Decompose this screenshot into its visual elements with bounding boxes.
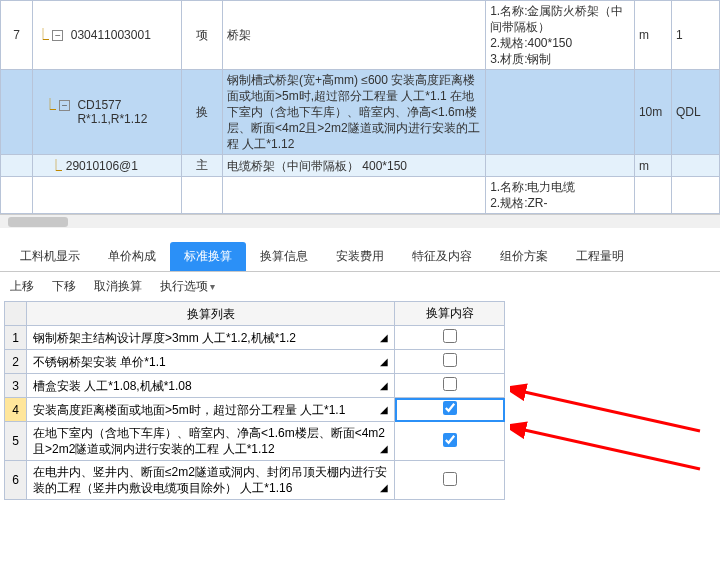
code-cell[interactable]: ⎿ − 030411003001 <box>33 1 182 70</box>
tab-materials[interactable]: 工料机显示 <box>6 242 94 271</box>
row-number: 6 <box>5 461 27 500</box>
horizontal-scrollbar[interactable] <box>0 214 720 228</box>
annotation-arrow-2 <box>510 419 710 479</box>
table-row[interactable]: 7 ⎿ − 030411003001 项 桥架 1.名称:金属防火桥架（中间带隔… <box>1 1 720 70</box>
code-cell[interactable]: ⎿ 29010106@1 <box>33 155 182 177</box>
header-index <box>5 302 27 326</box>
measure-unit: m <box>634 155 671 177</box>
conversion-text: 钢制桥架主结构设计厚度>3mm 人工*1.2,机械*1.2◢ <box>27 326 395 350</box>
tree-branch: ⎿ <box>37 28 49 42</box>
table-row[interactable]: 6 在电井内、竖井内、断面≤2m2隧道或洞内、封闭吊顶天棚内进行安装的工程（竖井… <box>5 461 505 500</box>
table-row[interactable]: 2 不锈钢桥架安装 单价*1.1◢ <box>5 350 505 374</box>
tab-features[interactable]: 特征及内容 <box>398 242 486 271</box>
tab-standard-conversion[interactable]: 标准换算 <box>170 242 246 271</box>
spec-cell <box>486 70 635 155</box>
measure-unit: 10m <box>634 70 671 155</box>
checkbox-cell[interactable] <box>395 326 505 350</box>
tab-quantity[interactable]: 工程量明 <box>562 242 638 271</box>
header-content: 换算内容 <box>395 302 505 326</box>
conversion-text: 不锈钢桥架安装 单价*1.1◢ <box>27 350 395 374</box>
row-index <box>1 70 33 155</box>
triangle-icon: ◢ <box>380 480 388 496</box>
cancel-conversion-button[interactable]: 取消换算 <box>94 278 142 295</box>
quantity: 1 <box>671 1 719 70</box>
execute-options-dropdown[interactable]: 执行选项 <box>160 278 215 295</box>
table-row[interactable]: 1 钢制桥架主结构设计厚度>3mm 人工*1.2,机械*1.2◢ <box>5 326 505 350</box>
code-text: 29010106@1 <box>66 159 138 173</box>
table-row[interactable]: 3 槽盒安装 人工*1.08,机械*1.08◢ <box>5 374 505 398</box>
annotation-arrow-1 <box>510 381 710 441</box>
checkbox-cell[interactable] <box>395 422 505 461</box>
row-index <box>1 177 33 214</box>
conversion-checkbox[interactable] <box>443 329 457 343</box>
svg-line-1 <box>520 429 700 469</box>
tab-conversion-info[interactable]: 换算信息 <box>246 242 322 271</box>
spec-cell: 1.名称:电力电缆 2.规格:ZR- <box>486 177 635 214</box>
conversion-table: 换算列表 换算内容 1 钢制桥架主结构设计厚度>3mm 人工*1.2,机械*1.… <box>4 301 505 500</box>
unit-cell <box>181 177 222 214</box>
triangle-icon: ◢ <box>380 441 388 457</box>
table-row[interactable]: ⎿ − CD1577 R*1.1,R*1.12 换 钢制槽式桥架(宽+高mm) … <box>1 70 720 155</box>
row-number: 3 <box>5 374 27 398</box>
unit-cell: 换 <box>181 70 222 155</box>
unit-cell: 主 <box>181 155 222 177</box>
conversion-checkbox[interactable] <box>443 377 457 391</box>
triangle-icon: ◢ <box>380 354 388 370</box>
move-up-button[interactable]: 上移 <box>10 278 34 295</box>
conversion-checkbox[interactable] <box>443 433 457 447</box>
spec-cell <box>486 155 635 177</box>
row-number: 1 <box>5 326 27 350</box>
move-down-button[interactable]: 下移 <box>52 278 76 295</box>
triangle-icon: ◢ <box>380 378 388 394</box>
quantity <box>671 155 719 177</box>
conversion-text: 安装高度距离楼面或地面>5m时，超过部分工程量 人工*1.1◢ <box>27 398 395 422</box>
tab-group-price[interactable]: 组价方案 <box>486 242 562 271</box>
tab-price[interactable]: 单价构成 <box>94 242 170 271</box>
desc-cell: 钢制槽式桥架(宽+高mm) ≤600 安装高度距离楼面或地面>5m时,超过部分工… <box>222 70 485 155</box>
conversion-checkbox[interactable] <box>443 472 457 486</box>
row-index: 7 <box>1 1 33 70</box>
row-number: 5 <box>5 422 27 461</box>
desc-cell: 桥架 <box>222 1 485 70</box>
conversion-checkbox[interactable] <box>443 401 457 415</box>
quantity: QDL <box>671 70 719 155</box>
svg-line-0 <box>520 391 700 431</box>
tree-branch: ⎿ <box>37 98 56 112</box>
desc-cell <box>222 177 485 214</box>
checkbox-cell[interactable] <box>395 398 505 422</box>
conversion-text: 槽盒安装 人工*1.08,机械*1.08◢ <box>27 374 395 398</box>
row-number: 2 <box>5 350 27 374</box>
row-number: 4 <box>5 398 27 422</box>
table-row[interactable]: 4 安装高度距离楼面或地面>5m时，超过部分工程量 人工*1.1◢ <box>5 398 505 422</box>
row-index <box>1 155 33 177</box>
checkbox-cell[interactable] <box>395 374 505 398</box>
collapse-icon[interactable]: − <box>52 30 63 41</box>
measure-unit: m <box>634 1 671 70</box>
header-list: 换算列表 <box>27 302 395 326</box>
code-cell <box>33 177 182 214</box>
quantity <box>671 177 719 214</box>
table-row[interactable]: 5 在地下室内（含地下车库）、暗室内、净高<1.6m楼层、断面<4m2且>2m2… <box>5 422 505 461</box>
unit-cell: 项 <box>181 1 222 70</box>
checkbox-cell[interactable] <box>395 461 505 500</box>
spec-cell: 1.名称:金属防火桥架（中间带隔板） 2.规格:400*150 3.材质:钢制 <box>486 1 635 70</box>
toolbar: 上移 下移 取消换算 执行选项 <box>0 272 720 301</box>
conversion-checkbox[interactable] <box>443 353 457 367</box>
upper-table: 7 ⎿ − 030411003001 项 桥架 1.名称:金属防火桥架（中间带隔… <box>0 0 720 214</box>
table-row[interactable]: ⎿ 29010106@1 主 电缆桥架（中间带隔板） 400*150 m <box>1 155 720 177</box>
code-text: 030411003001 <box>71 28 151 42</box>
code-text: CD1577 R*1.1,R*1.12 <box>77 98 147 126</box>
code-cell[interactable]: ⎿ − CD1577 R*1.1,R*1.12 <box>33 70 182 155</box>
tab-install-fee[interactable]: 安装费用 <box>322 242 398 271</box>
checkbox-cell[interactable] <box>395 350 505 374</box>
table-header-row: 换算列表 换算内容 <box>5 302 505 326</box>
desc-cell: 电缆桥架（中间带隔板） 400*150 <box>222 155 485 177</box>
tree-branch: ⎿ <box>37 159 62 173</box>
conversion-text: 在地下室内（含地下车库）、暗室内、净高<1.6m楼层、断面<4m2且>2m2隧道… <box>27 422 395 461</box>
conversion-text: 在电井内、竖井内、断面≤2m2隧道或洞内、封闭吊顶天棚内进行安装的工程（竖井内敷… <box>27 461 395 500</box>
measure-unit <box>634 177 671 214</box>
tab-bar: 工料机显示 单价构成 标准换算 换算信息 安装费用 特征及内容 组价方案 工程量… <box>0 236 720 272</box>
collapse-icon[interactable]: − <box>59 100 70 111</box>
scrollbar-thumb[interactable] <box>8 217 68 227</box>
table-row[interactable]: 1.名称:电力电缆 2.规格:ZR- <box>1 177 720 214</box>
